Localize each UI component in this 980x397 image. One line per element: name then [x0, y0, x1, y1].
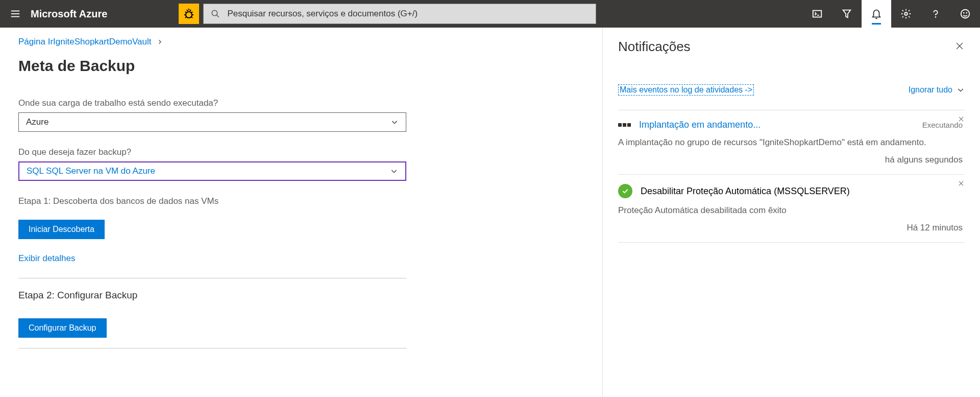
svg-point-19 [904, 12, 908, 15]
close-icon [954, 41, 965, 51]
bell-icon [871, 8, 882, 19]
backup-dropdown[interactable]: SQL SQL Server na VM do Azure [18, 161, 406, 181]
progress-icon [618, 123, 631, 127]
dismiss-notification-button[interactable] [958, 115, 965, 125]
notification-status: Executando [922, 121, 963, 129]
backup-value: SQL SQL Server na VM do Azure [27, 166, 155, 176]
notification-description: A implantação no grupo de recursos "Igni… [618, 137, 963, 148]
close-icon [958, 180, 965, 187]
main-wrapper: Página IrIgniteShopkartDemoVault Meta de… [0, 28, 980, 397]
notifications-button[interactable] [862, 0, 891, 28]
notification-item: Implantação em andamento... Executando A… [618, 110, 965, 174]
notifications-title: Notificações [618, 39, 691, 55]
close-icon [958, 115, 965, 123]
feedback-icon [960, 8, 971, 19]
configure-backup-button[interactable]: Configurar Backup [18, 318, 107, 338]
brand-label[interactable]: Microsoft Azure [31, 8, 128, 20]
notification-title: Desabilitar Proteção Automática (MSSQLSE… [641, 186, 963, 197]
notifications-panel: Notificações Mais eventos no log de ativ… [602, 28, 980, 397]
svg-line-6 [190, 10, 191, 11]
dismiss-all-button[interactable]: Ignorar tudo [909, 85, 965, 95]
svg-point-3 [186, 12, 192, 18]
chevron-down-icon [390, 118, 399, 126]
svg-point-22 [964, 13, 964, 13]
breadcrumb-link[interactable]: Página IrIgniteShopkartDemoVault [18, 37, 152, 47]
step1-label: Etapa 1: Descoberta dos bancos de dados … [18, 196, 584, 206]
search-input[interactable] [227, 9, 589, 19]
chevron-down-icon [957, 86, 965, 94]
notification-title-link[interactable]: Implantação em andamento... [639, 120, 914, 130]
notification-time: há alguns segundos [618, 155, 963, 165]
divider [18, 348, 406, 348]
page-title: Meta de Backup [18, 57, 584, 75]
svg-point-20 [936, 17, 936, 17]
chevron-right-icon [157, 39, 163, 45]
svg-line-9 [185, 12, 186, 13]
svg-line-12 [191, 17, 192, 18]
filter-button[interactable] [832, 0, 862, 28]
help-icon [930, 8, 941, 19]
svg-point-13 [212, 10, 218, 16]
step2-label: Etapa 2: Configurar Backup [18, 290, 584, 301]
workload-dropdown[interactable]: Azure [18, 112, 406, 132]
svg-line-5 [187, 10, 188, 11]
notifications-header: Notificações [618, 39, 965, 55]
svg-rect-15 [813, 11, 822, 17]
notification-time: Há 12 minutos [618, 223, 963, 233]
close-panel-button[interactable] [954, 41, 965, 53]
search-bar[interactable] [203, 4, 596, 24]
divider [18, 278, 406, 278]
top-header: Microsoft Azure [0, 0, 980, 28]
svg-line-14 [217, 15, 219, 17]
activity-log-link[interactable]: Mais eventos no log de atividades -> [618, 84, 754, 96]
cloud-shell-button[interactable] [802, 0, 832, 28]
svg-point-23 [966, 13, 967, 13]
help-button[interactable] [921, 0, 950, 28]
chevron-down-icon [390, 167, 398, 175]
filter-icon [841, 8, 852, 19]
hamburger-icon [10, 8, 21, 19]
header-icons [802, 0, 980, 28]
success-icon [618, 184, 632, 198]
notification-item: Desabilitar Proteção Automática (MSSQLSE… [618, 174, 965, 243]
gear-icon [900, 8, 912, 19]
notification-description: Proteção Automática desabilitada com êxi… [618, 205, 963, 216]
svg-line-11 [185, 17, 186, 18]
dismiss-notification-button[interactable] [958, 180, 965, 189]
bug-icon [183, 8, 195, 20]
preview-badge[interactable] [179, 4, 199, 24]
settings-button[interactable] [891, 0, 921, 28]
cloud-shell-icon [812, 8, 823, 19]
backup-label: Do que deseja fazer backup? [18, 147, 584, 157]
svg-point-21 [961, 10, 970, 18]
dismiss-all-label: Ignorar tudo [909, 85, 952, 95]
workload-label: Onde sua carga de trabalho está sendo ex… [18, 98, 584, 108]
view-details-link[interactable]: Exibir detalhes [18, 253, 76, 264]
feedback-button[interactable] [950, 0, 980, 28]
search-icon [211, 9, 220, 18]
svg-line-10 [191, 12, 192, 13]
content-area: Página IrIgniteShopkartDemoVault Meta de… [0, 28, 602, 397]
start-discovery-button[interactable]: Iniciar Descoberta [18, 220, 105, 239]
menu-toggle[interactable] [0, 0, 31, 28]
svg-marker-17 [843, 10, 851, 18]
notifications-toolbar: Mais eventos no log de atividades -> Ign… [618, 84, 965, 96]
workload-value: Azure [26, 117, 48, 127]
breadcrumb: Página IrIgniteShopkartDemoVault [18, 37, 584, 47]
